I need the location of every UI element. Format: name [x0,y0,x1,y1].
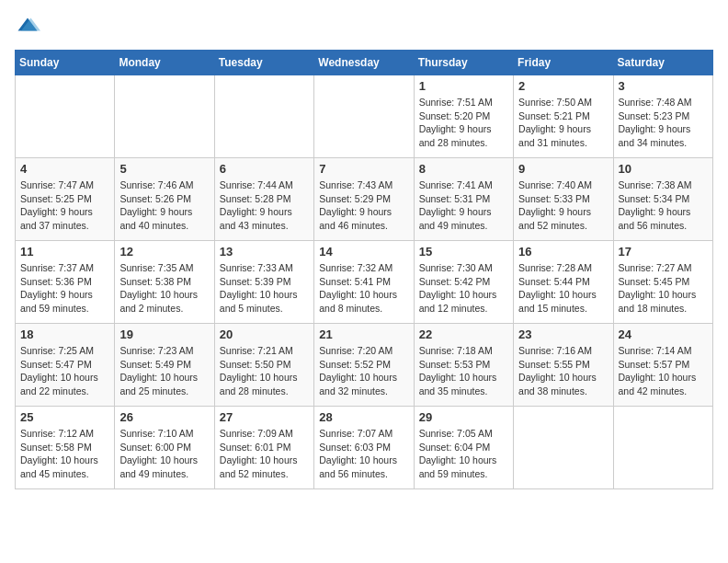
day-number: 25 [20,410,109,424]
day-detail: Sunrise: 7:47 AM Sunset: 5:25 PM Dayligh… [20,178,109,233]
day-number: 29 [419,410,508,424]
day-detail: Sunrise: 7:50 AM Sunset: 5:21 PM Dayligh… [518,96,608,150]
day-detail: Sunrise: 7:43 AM Sunset: 5:29 PM Dayligh… [319,178,408,233]
day-number: 20 [220,327,309,341]
day-detail: Sunrise: 7:30 AM Sunset: 5:42 PM Dayligh… [419,261,508,316]
calendar-cell: 22Sunrise: 7:18 AM Sunset: 5:53 PM Dayli… [414,324,513,407]
day-number: 21 [319,327,408,341]
day-detail: Sunrise: 7:46 AM Sunset: 5:26 PM Dayligh… [119,178,209,233]
day-detail: Sunrise: 7:21 AM Sunset: 5:50 PM Dayligh… [220,344,309,398]
calendar-cell: 7Sunrise: 7:43 AM Sunset: 5:29 PM Daylig… [314,158,414,241]
weekday-header-tuesday: Tuesday [214,51,313,75]
day-number: 12 [119,245,209,259]
day-number: 8 [419,162,508,176]
logo-icon [15,15,40,40]
day-number: 23 [518,327,608,341]
page-header [15,15,713,40]
day-number: 14 [319,245,408,259]
day-detail: Sunrise: 7:25 AM Sunset: 5:47 PM Dayligh… [20,344,109,398]
day-detail: Sunrise: 7:38 AM Sunset: 5:34 PM Dayligh… [619,178,708,233]
day-number: 24 [619,327,708,341]
day-number: 11 [20,245,109,259]
day-number: 15 [419,245,508,259]
calendar-cell [613,407,712,489]
calendar-cell: 1Sunrise: 7:51 AM Sunset: 5:20 PM Daylig… [414,75,513,158]
day-number: 13 [220,245,309,259]
calendar-cell: 28Sunrise: 7:07 AM Sunset: 6:03 PM Dayli… [314,407,414,489]
calendar-cell: 6Sunrise: 7:44 AM Sunset: 5:28 PM Daylig… [214,158,313,241]
calendar-week-row: 1Sunrise: 7:51 AM Sunset: 5:20 PM Daylig… [16,75,713,158]
day-number: 10 [619,162,708,176]
calendar-cell: 8Sunrise: 7:41 AM Sunset: 5:31 PM Daylig… [414,158,513,241]
day-number: 28 [319,410,408,424]
day-number: 27 [220,410,309,424]
day-number: 26 [119,410,209,424]
day-detail: Sunrise: 7:16 AM Sunset: 5:55 PM Dayligh… [518,344,608,398]
day-detail: Sunrise: 7:14 AM Sunset: 5:57 PM Dayligh… [619,344,708,398]
day-detail: Sunrise: 7:41 AM Sunset: 5:31 PM Dayligh… [419,178,508,233]
weekday-header-monday: Monday [115,51,214,75]
calendar-week-row: 4Sunrise: 7:47 AM Sunset: 5:25 PM Daylig… [16,158,713,241]
day-number: 6 [220,162,309,176]
calendar-cell: 9Sunrise: 7:40 AM Sunset: 5:33 PM Daylig… [514,158,613,241]
day-detail: Sunrise: 7:48 AM Sunset: 5:23 PM Dayligh… [619,96,708,150]
weekday-header-sunday: Sunday [16,51,115,75]
calendar-cell: 11Sunrise: 7:37 AM Sunset: 5:36 PM Dayli… [16,241,115,324]
calendar-cell: 19Sunrise: 7:23 AM Sunset: 5:49 PM Dayli… [115,324,214,407]
weekday-header-row: SundayMondayTuesdayWednesdayThursdayFrid… [16,51,713,75]
day-number: 1 [419,79,508,93]
day-number: 5 [119,162,209,176]
calendar-cell: 21Sunrise: 7:20 AM Sunset: 5:52 PM Dayli… [314,324,414,407]
calendar-cell: 10Sunrise: 7:38 AM Sunset: 5:34 PM Dayli… [613,158,712,241]
day-detail: Sunrise: 7:35 AM Sunset: 5:38 PM Dayligh… [119,261,209,316]
weekday-header-thursday: Thursday [414,51,513,75]
day-detail: Sunrise: 7:20 AM Sunset: 5:52 PM Dayligh… [319,344,408,398]
calendar-cell: 13Sunrise: 7:33 AM Sunset: 5:39 PM Dayli… [214,241,313,324]
day-detail: Sunrise: 7:23 AM Sunset: 5:49 PM Dayligh… [119,344,209,398]
day-number: 19 [119,327,209,341]
calendar-cell: 12Sunrise: 7:35 AM Sunset: 5:38 PM Dayli… [115,241,214,324]
weekday-header-friday: Friday [514,51,613,75]
day-number: 17 [619,245,708,259]
calendar-week-row: 11Sunrise: 7:37 AM Sunset: 5:36 PM Dayli… [16,241,713,324]
calendar-cell [16,75,115,158]
day-detail: Sunrise: 7:40 AM Sunset: 5:33 PM Dayligh… [518,178,608,233]
calendar-cell: 5Sunrise: 7:46 AM Sunset: 5:26 PM Daylig… [115,158,214,241]
day-detail: Sunrise: 7:28 AM Sunset: 5:44 PM Dayligh… [518,261,608,316]
calendar-cell: 14Sunrise: 7:32 AM Sunset: 5:41 PM Dayli… [314,241,414,324]
calendar-cell: 23Sunrise: 7:16 AM Sunset: 5:55 PM Dayli… [514,324,613,407]
calendar-week-row: 18Sunrise: 7:25 AM Sunset: 5:47 PM Dayli… [16,324,713,407]
day-detail: Sunrise: 7:05 AM Sunset: 6:04 PM Dayligh… [419,427,508,481]
day-detail: Sunrise: 7:18 AM Sunset: 5:53 PM Dayligh… [419,344,508,398]
day-detail: Sunrise: 7:33 AM Sunset: 5:39 PM Dayligh… [220,261,309,316]
day-number: 22 [419,327,508,341]
day-detail: Sunrise: 7:10 AM Sunset: 6:00 PM Dayligh… [119,427,209,481]
calendar-cell: 4Sunrise: 7:47 AM Sunset: 5:25 PM Daylig… [16,158,115,241]
calendar-cell: 27Sunrise: 7:09 AM Sunset: 6:01 PM Dayli… [214,407,313,489]
logo [15,15,44,40]
calendar-week-row: 25Sunrise: 7:12 AM Sunset: 5:58 PM Dayli… [16,407,713,489]
day-number: 18 [20,327,109,341]
day-number: 16 [518,245,608,259]
calendar-cell: 17Sunrise: 7:27 AM Sunset: 5:45 PM Dayli… [613,241,712,324]
calendar-cell [514,407,613,489]
calendar-cell: 3Sunrise: 7:48 AM Sunset: 5:23 PM Daylig… [613,75,712,158]
calendar-cell: 18Sunrise: 7:25 AM Sunset: 5:47 PM Dayli… [16,324,115,407]
day-detail: Sunrise: 7:44 AM Sunset: 5:28 PM Dayligh… [220,178,309,233]
calendar-cell [115,75,214,158]
day-detail: Sunrise: 7:51 AM Sunset: 5:20 PM Dayligh… [419,96,508,150]
day-detail: Sunrise: 7:27 AM Sunset: 5:45 PM Dayligh… [619,261,708,316]
calendar-cell: 26Sunrise: 7:10 AM Sunset: 6:00 PM Dayli… [115,407,214,489]
day-detail: Sunrise: 7:12 AM Sunset: 5:58 PM Dayligh… [20,427,109,481]
day-detail: Sunrise: 7:32 AM Sunset: 5:41 PM Dayligh… [319,261,408,316]
calendar-cell: 16Sunrise: 7:28 AM Sunset: 5:44 PM Dayli… [514,241,613,324]
calendar-cell [214,75,313,158]
day-number: 9 [518,162,608,176]
calendar-cell: 25Sunrise: 7:12 AM Sunset: 5:58 PM Dayli… [16,407,115,489]
day-detail: Sunrise: 7:09 AM Sunset: 6:01 PM Dayligh… [220,427,309,481]
day-number: 7 [319,162,408,176]
day-number: 4 [20,162,109,176]
day-detail: Sunrise: 7:07 AM Sunset: 6:03 PM Dayligh… [319,427,408,481]
day-number: 2 [518,79,608,93]
calendar-cell [314,75,414,158]
